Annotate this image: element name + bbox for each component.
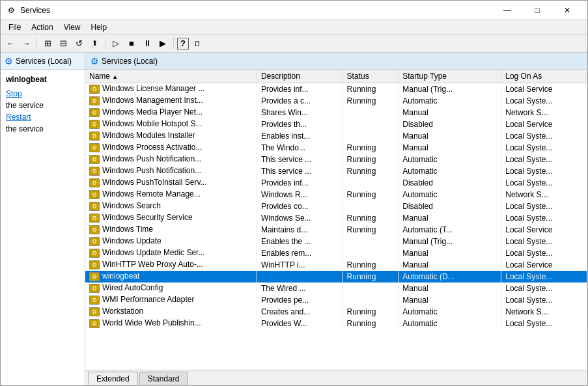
service-desc: This service ... xyxy=(257,165,343,177)
help-button[interactable]: ? xyxy=(177,38,189,49)
toolbar-sep-2 xyxy=(105,38,105,49)
menu-action[interactable]: Action xyxy=(26,21,58,33)
service-startup: Automatic xyxy=(399,306,501,318)
left-panel-title: Services (Local) xyxy=(16,57,72,66)
service-desc: Creates and... xyxy=(257,306,343,318)
refresh-button[interactable]: ↺ xyxy=(72,36,86,51)
show-hide-button[interactable]: ⊟ xyxy=(56,36,70,51)
stop-link[interactable]: Stop xyxy=(6,89,79,98)
service-icon: ⚙ xyxy=(89,249,100,258)
back-button[interactable]: ← xyxy=(3,36,18,51)
right-panel-title: Services (Local) xyxy=(102,57,158,66)
service-logon: Network S... xyxy=(501,306,587,318)
table-row[interactable]: ⚙Windows TimeMaintains d...RunningAutoma… xyxy=(85,224,587,236)
resume-button[interactable]: ▶ xyxy=(156,36,170,51)
title-bar: ⚙ Services — □ ✕ xyxy=(1,1,587,20)
service-startup: Automatic xyxy=(399,154,501,165)
service-status: Running xyxy=(343,259,399,271)
service-status: Running xyxy=(343,306,399,318)
table-row[interactable]: ⚙Windows Push Notification...This servic… xyxy=(85,165,587,177)
service-status: Running xyxy=(343,224,399,236)
table-row[interactable]: ⚙Windows Update Medic Ser...Enables rem.… xyxy=(85,247,587,259)
minimize-button[interactable]: — xyxy=(492,1,522,20)
table-row[interactable]: ⚙Wired AutoConfigThe Wired ...ManualLoca… xyxy=(85,283,587,294)
start-button[interactable]: ▷ xyxy=(109,36,123,51)
properties-button[interactable]: 🗋 xyxy=(190,36,204,51)
maximize-button[interactable]: □ xyxy=(522,1,552,20)
service-name: Windows License Manager ... xyxy=(102,84,204,93)
table-row[interactable]: ⚙Windows Management Inst...Provides a c.… xyxy=(85,95,587,107)
service-desc: Windows Se... xyxy=(257,212,343,224)
table-row[interactable]: ⚙Windows License Manager ...Provides inf… xyxy=(85,83,587,95)
service-name: Windows PushToInstall Serv... xyxy=(102,178,207,187)
service-desc: Windows R... xyxy=(257,189,343,200)
pause-button[interactable]: ⏸ xyxy=(140,36,154,51)
window-title: Services xyxy=(20,6,488,15)
service-name: WMI Performance Adapter xyxy=(102,295,194,304)
menu-file[interactable]: File xyxy=(3,21,26,33)
right-panel-header: ⚙ Services (Local) xyxy=(85,53,587,70)
service-logon: Local Syste... xyxy=(501,95,587,107)
table-row[interactable]: ⚙Windows SearchProvides co...DisabledLoc… xyxy=(85,200,587,212)
service-status xyxy=(343,118,399,130)
service-logon: Local Syste... xyxy=(501,294,587,306)
service-status xyxy=(343,236,399,247)
service-icon: ⚙ xyxy=(89,319,100,328)
service-logon: Local Syste... xyxy=(501,271,587,283)
col-header-desc[interactable]: Description xyxy=(257,70,343,83)
stop-button[interactable]: ■ xyxy=(124,36,139,51)
service-logon: Local Syste... xyxy=(501,130,587,142)
table-row[interactable]: ⚙Windows Media Player Net...Shares Win..… xyxy=(85,107,587,118)
table-row[interactable]: ⚙Windows PushToInstall Serv...Provides i… xyxy=(85,177,587,189)
close-button[interactable]: ✕ xyxy=(552,1,582,20)
col-header-startup[interactable]: Startup Type xyxy=(399,70,501,83)
service-startup: Manual (Trig... xyxy=(399,236,501,247)
service-icon: ⚙ xyxy=(89,85,100,94)
col-header-logon[interactable]: Log On As xyxy=(501,70,587,83)
service-logon: Local Service xyxy=(501,259,587,271)
service-status: Running xyxy=(343,83,399,95)
service-startup: Manual xyxy=(399,212,501,224)
left-panel-content: winlogbeatStop the serviceRestart the se… xyxy=(1,70,85,385)
table-row[interactable]: ⚙Windows Remote Manage...Windows R...Run… xyxy=(85,189,587,200)
service-status xyxy=(343,200,399,212)
table-row[interactable]: ⚙Windows Mobile Hotspot S...Provides th.… xyxy=(85,118,587,130)
main-area: ⚙ Services (Local) winlogbeatStop the se… xyxy=(1,53,587,385)
service-status: Running xyxy=(343,154,399,165)
table-row[interactable]: ⚙Windows Process Activatio...The Windo..… xyxy=(85,142,587,154)
up-button[interactable]: ⊞ xyxy=(40,36,55,51)
menu-help[interactable]: Help xyxy=(86,21,113,33)
toolbar: ← → ⊞ ⊟ ↺ ⬆ ▷ ■ ⏸ ▶ ? 🗋 xyxy=(1,34,587,53)
service-desc: WinHTTP i... xyxy=(257,259,343,271)
service-name: Windows Mobile Hotspot S... xyxy=(102,119,202,128)
table-row[interactable]: ⚙Windows UpdateEnables the ...Manual (Tr… xyxy=(85,236,587,247)
forward-button[interactable]: → xyxy=(19,36,33,51)
export-button[interactable]: ⬆ xyxy=(87,36,102,51)
menu-view[interactable]: View xyxy=(59,21,86,33)
service-startup: Manual xyxy=(399,283,501,294)
service-startup: Automatic (D... xyxy=(399,271,501,283)
table-row[interactable]: ⚙winlogbeatRunningAutomatic (D...Local S… xyxy=(85,271,587,283)
service-icon: ⚙ xyxy=(89,237,100,246)
tab-extended[interactable]: Extended xyxy=(88,372,138,385)
table-row[interactable]: ⚙Windows Modules InstallerEnables inst..… xyxy=(85,130,587,142)
service-logon: Local Syste... xyxy=(501,318,587,329)
table-row[interactable]: ⚙WorkstationCreates and...RunningAutomat… xyxy=(85,306,587,318)
tab-standard[interactable]: Standard xyxy=(139,372,188,385)
table-row[interactable]: ⚙Windows Security ServiceWindows Se...Ru… xyxy=(85,212,587,224)
service-logon: Network S... xyxy=(501,107,587,118)
service-desc: Enables inst... xyxy=(257,130,343,142)
service-desc: Provides a c... xyxy=(257,95,343,107)
services-table[interactable]: Name ▲ Description Status Startup Type L… xyxy=(85,70,587,370)
table-row[interactable]: ⚙WMI Performance AdapterProvides pe...Ma… xyxy=(85,294,587,306)
service-icon: ⚙ xyxy=(89,272,100,281)
table-row[interactable]: ⚙World Wide Web Publishin...Provides W..… xyxy=(85,318,587,329)
col-header-name[interactable]: Name ▲ xyxy=(85,70,257,83)
service-startup: Disabled xyxy=(399,118,501,130)
table-row[interactable]: ⚙WinHTTP Web Proxy Auto-...WinHTTP i...R… xyxy=(85,259,587,271)
service-desc: Provides th... xyxy=(257,118,343,130)
table-row[interactable]: ⚙Windows Push Notification...This servic… xyxy=(85,154,587,165)
restart-link[interactable]: Restart xyxy=(6,113,79,122)
col-header-status[interactable]: Status xyxy=(343,70,399,83)
service-startup: Manual xyxy=(399,142,501,154)
